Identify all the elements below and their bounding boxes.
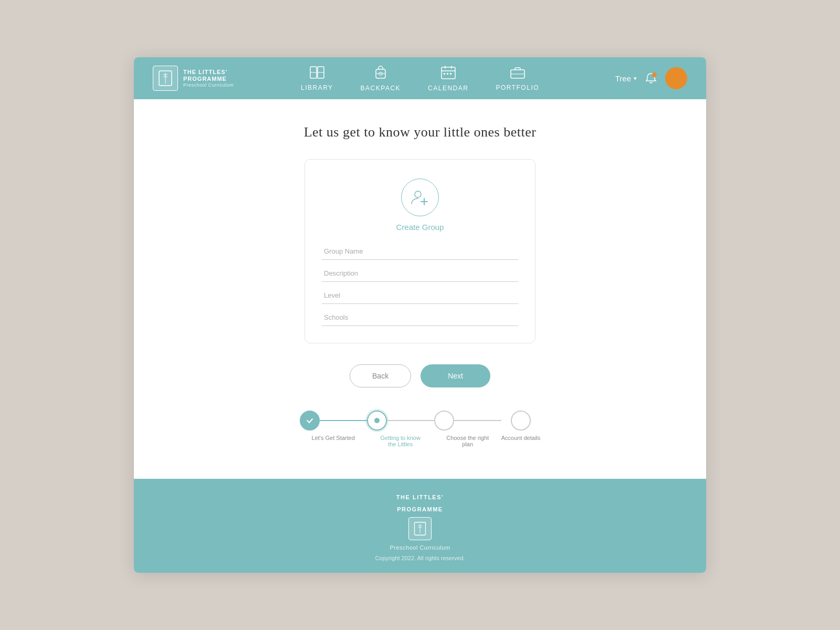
step-lets-get-started: Let's Get Started bbox=[300, 411, 367, 441]
backpack-label: BACKPACK bbox=[361, 85, 401, 92]
level-input[interactable] bbox=[322, 287, 518, 304]
step-getting-to-know: Getting to know the Littles bbox=[367, 411, 434, 447]
schools-input[interactable] bbox=[322, 309, 518, 326]
next-button[interactable]: Next bbox=[421, 364, 490, 387]
step-label-2: Getting to know the Littles bbox=[377, 435, 424, 447]
app-window: THE LITTLES' PROGRAMME Preschool Curricu… bbox=[134, 57, 706, 573]
step-label-4: Account details bbox=[501, 435, 541, 441]
library-icon bbox=[309, 66, 325, 82]
step-circle-2 bbox=[367, 411, 387, 430]
header: THE LITTLES' PROGRAMME Preschool Curricu… bbox=[134, 57, 706, 99]
step-circle-3 bbox=[434, 411, 454, 430]
steps-indicator: Let's Get Started Getting to know the Li… bbox=[153, 411, 687, 447]
nav-library[interactable]: LIBRARY bbox=[301, 66, 333, 91]
page-title: Let us get to know your little ones bett… bbox=[153, 124, 687, 140]
nav-calendar[interactable]: CALENDAR bbox=[428, 65, 468, 92]
group-name-input[interactable] bbox=[322, 243, 518, 260]
step-circle-1 bbox=[300, 411, 320, 430]
step-line-3 bbox=[454, 420, 501, 421]
step-account-details: Account details bbox=[501, 411, 541, 441]
library-label: LIBRARY bbox=[301, 84, 333, 91]
notification-bell[interactable] bbox=[645, 72, 657, 84]
footer: THE LITTLES' PROGRAMME Preschool Curricu… bbox=[134, 479, 706, 573]
step-choose-plan: Choose the right plan bbox=[434, 411, 501, 447]
footer-brand-line2: PROGRAMME bbox=[397, 506, 443, 513]
footer-brand-line1: THE LITTLES' bbox=[396, 494, 444, 501]
create-group-icon[interactable] bbox=[401, 178, 439, 216]
step-label-1: Let's Get Started bbox=[312, 435, 355, 441]
footer-logo bbox=[408, 517, 432, 540]
backpack-icon bbox=[373, 65, 388, 82]
svg-point-11 bbox=[415, 191, 421, 197]
footer-sub: Preschool Curriculum bbox=[390, 544, 450, 551]
description-input[interactable] bbox=[322, 265, 518, 282]
step-line-1 bbox=[320, 420, 367, 421]
create-group-card: Create Group bbox=[304, 159, 536, 343]
step-label-3: Choose the right plan bbox=[444, 435, 491, 447]
form-fields bbox=[322, 243, 518, 326]
logo-icon bbox=[153, 66, 178, 91]
logo-text: THE LITTLES' PROGRAMME Preschool Curricu… bbox=[183, 69, 234, 88]
nav-portfolio[interactable]: PORTFOLIO bbox=[496, 66, 539, 91]
portfolio-label: PORTFOLIO bbox=[496, 84, 539, 91]
nav-backpack[interactable]: BACKPACK bbox=[361, 65, 401, 92]
main-content: Let us get to know your little ones bett… bbox=[134, 99, 706, 479]
main-nav: LIBRARY BACKPACK CALENDAR PORTFOLIO bbox=[237, 65, 603, 92]
create-group-label: Create Group bbox=[396, 223, 444, 232]
avatar[interactable] bbox=[665, 67, 687, 89]
calendar-icon bbox=[440, 65, 456, 82]
calendar-label: CALENDAR bbox=[428, 85, 468, 92]
step-circle-4 bbox=[511, 411, 531, 430]
user-name: Tree bbox=[615, 74, 631, 83]
chevron-down-icon: ▾ bbox=[634, 75, 637, 82]
svg-rect-7 bbox=[444, 73, 445, 75]
svg-rect-9 bbox=[450, 73, 452, 75]
svg-rect-8 bbox=[447, 73, 448, 75]
svg-rect-6 bbox=[442, 67, 455, 79]
footer-copyright: Copyright 2022. All rights reserved. bbox=[375, 555, 465, 561]
step-line-2 bbox=[387, 420, 434, 421]
header-right: Tree ▾ bbox=[603, 67, 687, 89]
portfolio-icon bbox=[510, 66, 526, 82]
button-row: Back Next bbox=[153, 364, 687, 387]
logo-area: THE LITTLES' PROGRAMME Preschool Curricu… bbox=[153, 66, 237, 91]
back-button[interactable]: Back bbox=[350, 364, 411, 387]
user-menu[interactable]: Tree ▾ bbox=[615, 74, 637, 83]
